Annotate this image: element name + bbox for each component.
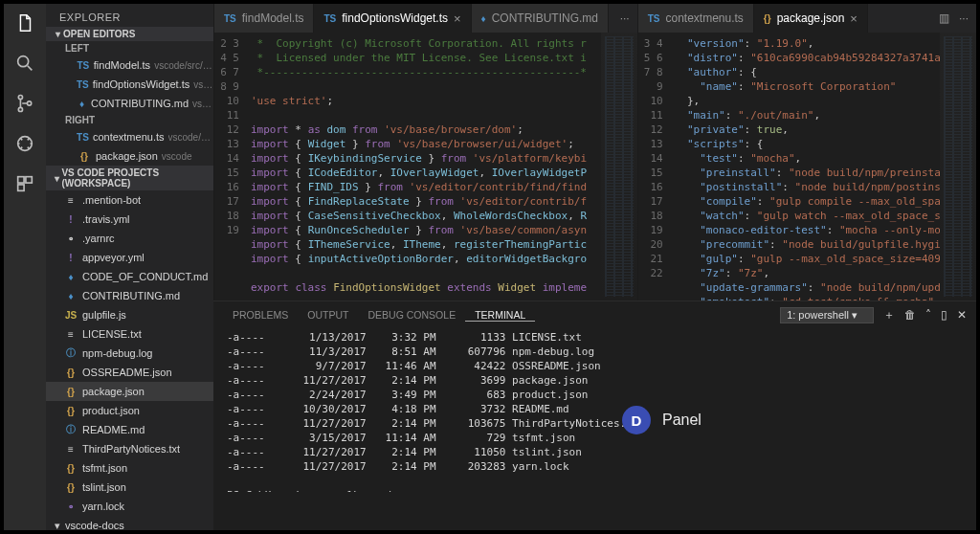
file-icon: ≡ [63,195,78,206]
file-name: .mention-bot [82,194,141,206]
file-icon: ≡ [63,329,78,340]
search-icon[interactable] [13,52,36,75]
tabs: TSfindModel.tsTSfindOptionsWidget.ts×♦CO… [214,4,637,33]
file-icon: ♦ [63,272,78,282]
tree-row[interactable]: TScontextmenu.tsvscode/src/... [46,127,213,146]
file-icon: TS [77,60,90,71]
panel: PROBLEMSOUTPUTDEBUG CONSOLETERMINAL 1: p… [213,300,976,492]
terminal-selector[interactable]: 1: powershell ▾ [780,307,874,323]
panel-tabs: PROBLEMSOUTPUTDEBUG CONSOLETERMINAL 1: p… [213,301,976,328]
close-icon[interactable]: × [454,11,461,26]
tree-row[interactable]: {}package.json [46,382,213,401]
split-panel-icon[interactable]: ▯ [941,308,947,322]
tree-row[interactable]: {}tslint.json [46,478,213,497]
svg-point-1 [18,95,22,99]
code-editor[interactable]: 2 3 4 5 6 7 8 9 10 11 12 13 14 15 16 17 … [214,33,637,300]
tree-row[interactable]: TSfindOptionsWidget.tsvsco... [46,75,213,94]
code-content: "version": "1.19.0", "distro": "610ca699… [671,33,940,300]
tree-row[interactable]: ≡ThirdPartyNotices.txt [46,439,213,458]
file-name: .yarnrc [82,233,115,244]
files-icon[interactable] [13,11,36,34]
tree-row[interactable]: ⚬.yarnrc [46,229,213,248]
source-control-icon[interactable] [13,92,36,115]
svg-point-3 [27,101,31,105]
editor-group-right: TScontextmenu.ts{}package.json×▥··· 3 4 … [637,4,976,300]
panel-tab[interactable]: DEBUG CONSOLE [359,309,466,322]
editor-tab[interactable]: {}package.json× [754,4,868,33]
file-icon: ⓘ [63,423,78,436]
tree-row[interactable]: ⓘnpm-debug.log [46,344,213,363]
terminal-output[interactable]: -a---- 1/13/2017 3:32 PM 1133 LICENSE.tx… [213,328,976,492]
more-icon[interactable]: ··· [959,11,969,25]
file-name: package.json [96,150,158,162]
tree-row[interactable]: ⓘREADME.md [46,420,213,439]
tree-row[interactable]: ≡LICENSE.txt [46,324,213,344]
tree-row[interactable]: TSfindModel.tsvscode/src/vs/... [46,56,213,75]
tree-row[interactable]: {}package.jsonvscode [46,146,213,166]
minimap[interactable] [601,33,637,300]
more-icon[interactable]: ··· [620,11,630,25]
annotation-letter: D [622,406,651,434]
tree-row[interactable]: ♦CONTRIBUTING.mdvscode [46,94,213,113]
file-icon: {} [63,387,78,397]
file-name: gulpfile.js [82,309,126,321]
file-icon: ⚬ [63,234,78,244]
panel-tab[interactable]: PROBLEMS [223,309,298,322]
file-name: .travis.yml [82,213,130,225]
activity-bar [4,4,46,530]
file-desc: vscode/src/vs/... [154,60,213,71]
extensions-icon[interactable] [13,172,36,195]
file-name: CODE_OF_CONDUCT.md [82,271,208,282]
editor-tab[interactable]: TSfindOptionsWidget.ts× [314,4,471,33]
panel-tab[interactable]: TERMINAL [465,309,535,322]
explorer-sidebar: EXPLORER ▾ OPEN EDITORS LEFT TSfindModel… [46,4,213,530]
code-editor[interactable]: 3 4 5 6 7 8 9 10 11 12 13 14 15 16 17 18… [638,33,976,300]
close-panel-icon[interactable]: ✕ [957,308,967,322]
tree-row[interactable]: {}product.json [46,401,213,420]
svg-rect-6 [26,177,32,183]
code-content: * Copyright (c) Microsoft Corporation. A… [247,33,601,300]
svg-point-4 [18,137,33,151]
file-name: appveyor.yml [82,252,145,263]
file-icon: {} [63,463,78,474]
group-left-label: LEFT [46,41,213,56]
tree-row[interactable]: {}OSSREADME.json [46,363,213,382]
editor-tab[interactable]: TSfindModel.ts [214,4,314,33]
tree-row[interactable]: JSgulpfile.js [46,305,213,324]
kill-terminal-icon[interactable]: 🗑 [904,308,916,322]
debug-icon[interactable] [13,132,36,155]
annotation-label: Panel [662,412,702,429]
file-icon: TS [323,13,336,24]
editor-tab[interactable]: ♦CONTRIBUTING.md [472,4,609,33]
split-editor-icon[interactable]: ▥ [939,11,949,25]
section-open-editors[interactable]: ▾ OPEN EDITORS [46,27,213,41]
main-area: TSfindModel.tsTSfindOptionsWidget.ts×♦CO… [213,4,976,530]
panel-tab[interactable]: OUTPUT [298,309,358,322]
file-icon: ⚬ [63,501,78,512]
file-icon: {} [63,406,78,416]
tree-row[interactable]: ≡.mention-bot [46,190,213,210]
file-name: package.json [82,386,145,397]
file-icon: JS [63,310,78,321]
file-icon: ♦ [63,291,78,301]
editor-tab[interactable]: TScontextmenu.ts [638,4,754,33]
maximize-panel-icon[interactable]: ˄ [925,308,931,322]
tree-row[interactable]: ⚬yarn.lock [46,497,213,516]
tree-row[interactable]: ♦CONTRIBUTING.md [46,286,213,305]
close-icon[interactable]: × [850,11,858,26]
section-workspace[interactable]: ▾ VS CODE PROJECTS (WORKSPACE) [46,166,213,190]
group-right-label: RIGHT [46,113,213,127]
file-name: LICENSE.txt [82,328,142,340]
minimap[interactable] [940,33,976,300]
tree-row[interactable]: {}tsfmt.json [46,458,213,478]
tab-label: contextmenu.ts [665,11,743,25]
file-desc: vscode [162,151,192,162]
tree-row[interactable]: ♦CODE_OF_CONDUCT.md [46,267,213,286]
file-icon: {} [63,367,78,378]
folder-row[interactable]: ▾vscode-docs [46,516,213,530]
file-name: ThirdPartyNotices.txt [82,443,180,455]
tree-row[interactable]: !appveyor.yml [46,248,213,267]
new-terminal-icon[interactable]: ＋ [883,307,895,323]
svg-point-2 [18,107,22,111]
tree-row[interactable]: !.travis.yml [46,210,213,229]
